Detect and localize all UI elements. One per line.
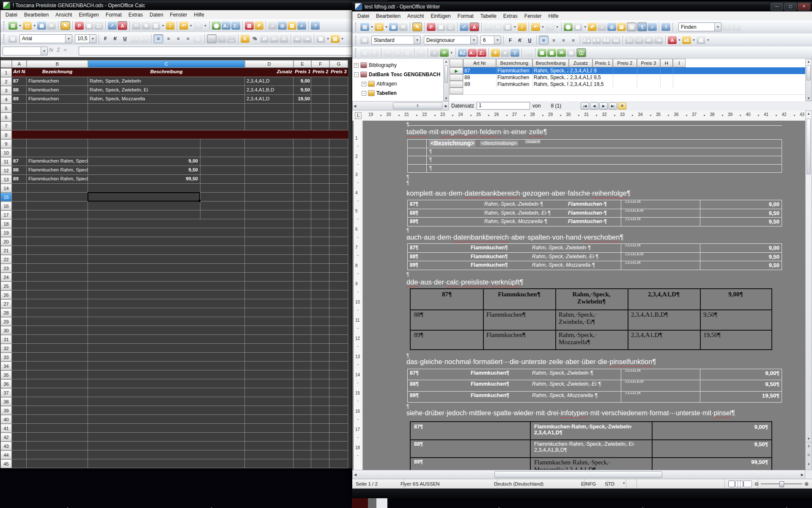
dt-artnr[interactable]: 89¶	[410, 262, 418, 268]
page-preview-icon[interactable]: ◱	[94, 22, 103, 30]
next-page-button[interactable]: ⇟	[806, 460, 812, 468]
ds-refresh-dropdown-icon[interactable]: ▾	[450, 49, 453, 57]
doc-dark-table[interactable]: 87¶Rahm,·Speck,·Zwiebeln·¶Flammkuchen·¶2…	[407, 200, 782, 226]
row-header-34[interactable]: 34	[0, 362, 12, 370]
writer-font-size-combo[interactable]: 6▾	[480, 36, 501, 44]
dt-zusatz[interactable]: 2,3,4,A1,B,D¶	[625, 209, 643, 212]
serif-cell[interactable]: 9,00¶	[700, 291, 771, 298]
row-header-20[interactable]: 20	[0, 237, 12, 246]
row-header-26[interactable]: 26	[0, 290, 12, 299]
serif-cell[interactable]: 2,3,4,A1,D¶	[628, 291, 700, 298]
dt-col3[interactable]: Rahm,·Speck,·Mozzarella·¶	[532, 262, 595, 268]
field-zusatz[interactable]: <Zusatz>¶	[525, 140, 540, 144]
row-header-27[interactable]: 27	[0, 299, 12, 308]
cell-bezeichnung[interactable]: Flammkuchen	[28, 96, 88, 101]
background-color-dropdown-icon[interactable]: ▾	[706, 36, 710, 44]
dt-col2[interactable]: Flammkuchen¶	[471, 262, 508, 268]
row-header-40[interactable]: 40	[0, 415, 12, 424]
tree-expander-icon[interactable]: -	[362, 91, 366, 96]
gallery-icon[interactable]: ▧	[288, 22, 296, 30]
cell-cursor[interactable]	[88, 192, 200, 202]
dt-artnr[interactable]: 88¶	[410, 210, 418, 216]
serif-cell[interactable]: Rahm,·Speck,· Zwiebeln,·Ei¶	[559, 311, 627, 326]
dt-col2[interactable]: Rahm,·Speck,·Zwiebeln·¶	[484, 201, 543, 207]
cell-preis1[interactable]: 9,00	[274, 78, 310, 83]
dt-zusatz[interactable]: 2,3,4,A1,D¶	[625, 369, 641, 372]
paste-dropdown-icon[interactable]: ▾	[161, 22, 165, 30]
calc-menu-bearbeiten[interactable]: Bearbeiten	[21, 11, 52, 19]
row-header-7[interactable]: 7	[0, 121, 12, 130]
serif-cell[interactable]: 2,3,4,A1,D¶	[631, 331, 699, 339]
h-scroll-thumb[interactable]	[494, 471, 662, 478]
dt-col3[interactable]: Rahm,·Speck,·Zwiebeln,·Ei·¶	[532, 254, 598, 260]
ds-scroll-thumb[interactable]	[807, 65, 811, 80]
row-header-17[interactable]: 17	[0, 210, 12, 219]
undo-icon[interactable]: ↶	[531, 23, 540, 31]
align-right-icon[interactable]: ≡	[559, 36, 568, 44]
dt-preis[interactable]: 9,00	[769, 201, 779, 207]
ds-current-document-icon[interactable]: ▤	[567, 49, 576, 57]
ds-mail-merge-icon[interactable]: ✉	[557, 49, 566, 57]
mt-desc[interactable]: Flammkuchen·Rahm,·Speck,· Mozzarella·2,3…	[534, 459, 648, 470]
calc-grid[interactable]: ABCDEFG123456789101112131415161718192021…	[0, 57, 388, 468]
ds-column-header-beschreibung[interactable]: Beschreibung	[532, 59, 569, 67]
increase-indent-icon[interactable]: ≡▸	[654, 36, 663, 44]
ds-row-marker[interactable]: ▶	[450, 67, 463, 74]
scroll-down-icon[interactable]: ▼	[806, 97, 812, 100]
mt-preis[interactable]: 9,50¶	[754, 441, 768, 447]
writer-font-dropdown-icon[interactable]: ▾	[470, 36, 477, 44]
sheet-header-cell[interactable]: Preis 2	[313, 69, 328, 76]
next-record-icon[interactable]: ▶	[599, 102, 608, 110]
dt-artnr[interactable]: 88¶	[410, 254, 418, 260]
page-preview-icon[interactable]: ◱	[446, 23, 455, 31]
highlighting-icon[interactable]: ab	[682, 36, 691, 44]
tree-item-datbank-tosc-gengenbach[interactable]: -DatBank Tosc GENGENBACH	[354, 70, 440, 79]
row-header-19[interactable]: 19	[0, 228, 12, 237]
column-header-G[interactable]: G	[329, 60, 348, 68]
row-header-38[interactable]: 38	[0, 397, 12, 406]
cell-bezeichnung[interactable]: Flammkuchen	[28, 78, 88, 83]
find-previous-icon[interactable]: ⇧	[732, 23, 741, 31]
ds-cell[interactable]: 87	[464, 68, 495, 74]
ds-paste-icon[interactable]: ▨	[403, 49, 412, 57]
cell-artnr[interactable]: 87	[13, 158, 26, 163]
datasource-table[interactable]: Art NrBezeichnungBeschreibungZusatzPreis…	[450, 59, 805, 101]
serif-cell[interactable]: 19,50¶	[703, 331, 771, 339]
open-icon[interactable]: ◰	[23, 22, 32, 30]
sheet-header-cell[interactable]: Bezeichnung	[28, 69, 87, 76]
serif-cell[interactable]: Flammkuchen¶	[486, 331, 554, 339]
align-left-icon[interactable]: ≡	[154, 34, 163, 43]
field-bezeichnung[interactable]: <Bezeichnung>	[429, 140, 475, 146]
calc-size-dropdown-icon[interactable]: ▾	[89, 35, 96, 43]
dt-col3[interactable]: Flammkuchen·¶	[568, 201, 606, 207]
calc-font-name-combo[interactable]: Arial▾	[19, 34, 72, 43]
last-record-icon[interactable]: ▶|	[609, 102, 617, 110]
ds-standard-filter-icon[interactable]: ▼	[501, 49, 510, 57]
print-icon[interactable]: ▦	[85, 22, 93, 30]
styles-icon[interactable]: ▤	[360, 36, 369, 44]
scroll-right-icon[interactable]: ▶	[445, 102, 447, 110]
close-button[interactable]: ✕	[798, 3, 810, 11]
ds-cut-icon[interactable]: ✂	[384, 49, 392, 57]
merge-cells-icon[interactable]: ▦	[193, 35, 202, 43]
zoom-slider-track[interactable]	[761, 483, 802, 484]
tree-scroll-thumb[interactable]	[444, 65, 448, 83]
ds-cell[interactable]: Flammkuchen	[497, 75, 532, 80]
dt-zusatz[interactable]: 2,3,4,A1,B,D¶	[625, 253, 643, 256]
dt-preis[interactable]: 9,50	[769, 254, 779, 260]
sheet-header-cell[interactable]: Art Nr	[13, 69, 25, 76]
dt-col2[interactable]: Rahm,·Speck,·Mozzarella·¶	[484, 218, 547, 224]
italic-icon[interactable]: K	[516, 36, 524, 44]
cell-artnr[interactable]: 89	[13, 96, 26, 101]
cell-artnr[interactable]: 87	[13, 78, 26, 83]
dt-col3[interactable]: Flammkuchen·¶	[568, 210, 606, 216]
dt-artnr[interactable]: 87¶	[410, 245, 418, 251]
ds-column-header-art-nr[interactable]: Art Nr	[463, 59, 496, 67]
dt-preis[interactable]: 9,50	[769, 210, 779, 216]
ds-refresh-icon[interactable]: ⟳	[440, 49, 449, 57]
dt-col3[interactable]: Rahm,·Speck,·Mozzarella·¶	[532, 392, 598, 398]
writer-menu-hilfe[interactable]: Hilfe	[545, 12, 562, 20]
save-icon[interactable]: ▣	[37, 22, 46, 30]
ds-copy-icon[interactable]: ⧉	[393, 49, 402, 57]
ds-column-header-preis-2[interactable]: Preis 2	[613, 59, 637, 67]
